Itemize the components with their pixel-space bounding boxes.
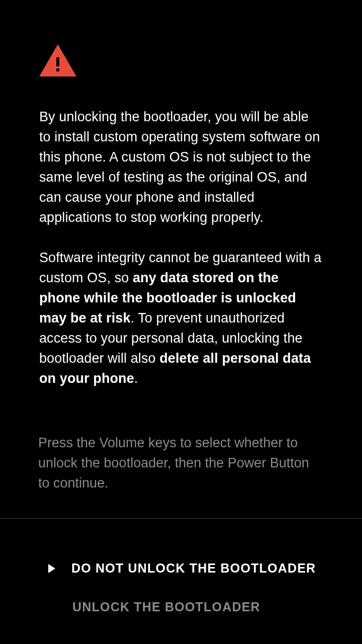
option-do-not-unlock[interactable]: DO NOT UNLOCK THE BOOTLOADER bbox=[0, 549, 362, 588]
warning-content: By unlocking the bootloader, you will be… bbox=[0, 0, 362, 388]
bootloader-unlock-screen: By unlocking the bootloader, you will be… bbox=[0, 0, 362, 644]
selector-arrow-icon bbox=[48, 564, 55, 573]
options-list: DO NOT UNLOCK THE BOOTLOADER UNLOCK THE … bbox=[0, 519, 362, 626]
nav-instructions: Press the Volume keys to select whether … bbox=[0, 433, 362, 493]
option-do-not-unlock-label: DO NOT UNLOCK THE BOOTLOADER bbox=[71, 561, 316, 576]
warning-p2-end: . bbox=[134, 371, 138, 386]
warning-paragraph-2: Software integrity cannot be guaranteed … bbox=[39, 248, 323, 388]
option-unlock[interactable]: UNLOCK THE BOOTLOADER bbox=[0, 588, 362, 626]
svg-marker-3 bbox=[48, 564, 55, 573]
warning-paragraph-1: By unlocking the bootloader, you will be… bbox=[39, 107, 323, 227]
option-unlock-label: UNLOCK THE BOOTLOADER bbox=[72, 600, 260, 614]
svg-rect-2 bbox=[56, 68, 59, 71]
svg-rect-1 bbox=[56, 57, 59, 66]
warning-triangle-icon bbox=[39, 44, 323, 78]
